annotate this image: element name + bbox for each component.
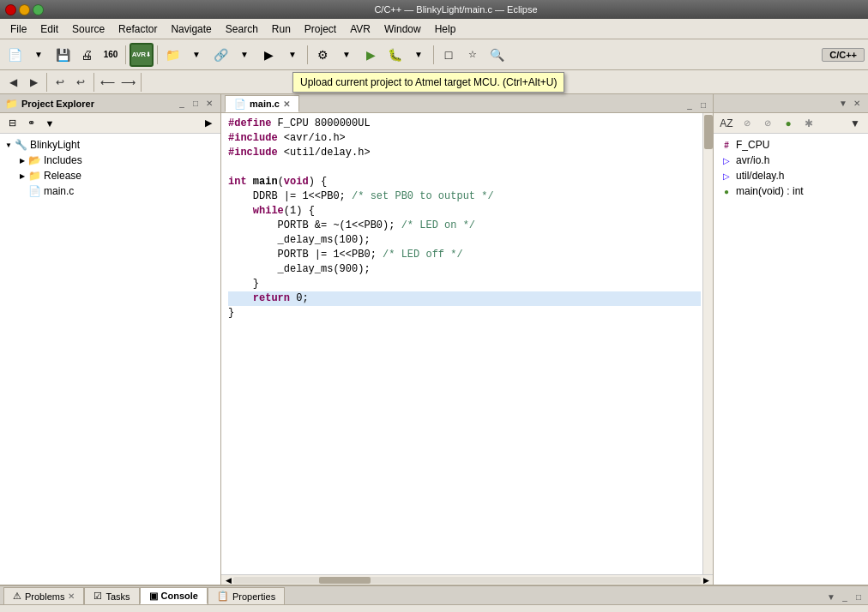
pe-view-menu[interactable]: ▼: [41, 115, 58, 132]
editor-scroll-thumb[interactable]: [704, 115, 713, 149]
bottom-panel-controls[interactable]: ▼ _ □: [825, 591, 865, 603]
problems-tab-close[interactable]: ✕: [68, 591, 75, 601]
tree-item-includes[interactable]: ▶ 📂 Includes: [14, 153, 220, 168]
toolbar-open-persp[interactable]: □: [437, 44, 460, 66]
tab-properties[interactable]: 📋 Properties: [208, 587, 285, 604]
avr-tooltip: Upload current project to Atmel target M…: [292, 72, 564, 93]
tree-item-release[interactable]: ▶ 📁 Release: [14, 168, 220, 183]
print-button[interactable]: 🖨: [75, 44, 98, 66]
pe-maximize-button[interactable]: □: [190, 98, 202, 110]
toolbar-btn-x2[interactable]: ▼: [233, 44, 256, 66]
toolbar-debug[interactable]: 🐛: [383, 44, 406, 66]
outline-item-avrio[interactable]: ▷ avr/io.h: [714, 153, 868, 168]
menu-refactor[interactable]: Refactor: [112, 21, 164, 37]
outline-menu-btn[interactable]: ▼: [837, 98, 849, 110]
pe-minimize-button[interactable]: _: [176, 98, 188, 110]
editor-body[interactable]: #define F_CPU 8000000UL #include <avr/io…: [221, 113, 713, 574]
toolbar-search[interactable]: 🔍: [485, 44, 508, 66]
bottom-minimize-btn[interactable]: _: [839, 591, 851, 603]
outline-close-btn[interactable]: ✕: [851, 98, 863, 110]
editor-tab-mainc[interactable]: 📄 main.c ✕: [225, 95, 299, 112]
close-window-button[interactable]: [5, 4, 16, 15]
tab-console[interactable]: ▣ Console: [140, 587, 208, 604]
tb2-btn5[interactable]: ⟵: [98, 73, 117, 92]
editor-maximize-button[interactable]: □: [697, 99, 709, 111]
toolbar-build2[interactable]: ▼: [335, 44, 358, 66]
panel-controls[interactable]: _ □ ✕: [176, 98, 215, 110]
toolbar-160[interactable]: 160: [99, 44, 122, 66]
toolbar-folder2[interactable]: ▼: [185, 44, 208, 66]
pe-collapse-all[interactable]: ⊟: [3, 115, 21, 132]
code-line-9: _delay_ms(100);: [228, 233, 701, 248]
toolbar-prefs[interactable]: ☆: [461, 44, 484, 66]
outline-label-avrio: avr/io.h: [736, 154, 769, 166]
hscroll-right-btn[interactable]: ▶: [701, 576, 711, 585]
menu-run[interactable]: Run: [265, 21, 298, 37]
editor-horizontal-scrollbar[interactable]: ◀ ▶: [221, 574, 713, 585]
menu-file[interactable]: File: [3, 21, 33, 37]
bottom-maximize-btn[interactable]: □: [853, 591, 865, 603]
toolbar-btn2[interactable]: ▼: [27, 44, 50, 66]
outline-dot-btn[interactable]: ●: [779, 114, 798, 133]
editor-scrollbar[interactable]: [702, 113, 713, 574]
menu-avr[interactable]: AVR: [343, 21, 377, 37]
outline-sort2-btn[interactable]: ⊘: [738, 114, 756, 133]
toolbar-play[interactable]: ▶: [359, 44, 382, 66]
toolbar-run[interactable]: ▶: [257, 44, 280, 66]
code-line-8: PORTB &= ~(1<<PB0); /* LED on */: [228, 219, 701, 233]
outline-controls[interactable]: ▼ ✕: [837, 98, 863, 110]
menu-project[interactable]: Project: [298, 21, 343, 37]
outline-item-fcpu[interactable]: # F_CPU: [714, 137, 868, 153]
code-line-5: int main(void) {: [228, 175, 701, 189]
menu-edit[interactable]: Edit: [33, 21, 65, 37]
next-edit-button[interactable]: ▶: [24, 73, 43, 92]
tree-item-mainc[interactable]: ▶ 📄 main.c: [14, 183, 220, 199]
tb2-btn4[interactable]: ↩: [71, 73, 90, 92]
toolbar-debug2[interactable]: ▼: [407, 44, 430, 66]
toolbar-build[interactable]: ⚙: [311, 44, 334, 66]
hscroll-thumb[interactable]: [319, 577, 371, 584]
maximize-window-button[interactable]: [33, 4, 44, 15]
mainc-label: main.c: [44, 185, 74, 197]
tb2-btn3[interactable]: ↩: [51, 73, 69, 92]
tb2-btn6[interactable]: ⟶: [118, 73, 137, 92]
toolbar-run2[interactable]: ▼: [281, 44, 304, 66]
menu-search[interactable]: Search: [219, 21, 265, 37]
menu-source[interactable]: Source: [65, 21, 112, 37]
outline-filter-btn[interactable]: ⊘: [758, 114, 777, 133]
pe-close-button[interactable]: ✕: [203, 98, 215, 110]
tab-tasks[interactable]: ☑ Tasks: [84, 587, 139, 604]
tab-problems[interactable]: ⚠ Problems ✕: [3, 587, 84, 604]
new-button[interactable]: 📄: [3, 44, 26, 66]
tree-item-project[interactable]: ▼ 🔧 BlinkyLight: [0, 137, 220, 153]
avr-upload-button[interactable]: AVR ⬇: [130, 43, 154, 67]
toolbar-folder[interactable]: 📁: [161, 44, 184, 66]
menu-window[interactable]: Window: [377, 21, 428, 37]
editor-minimize-button[interactable]: _: [684, 99, 696, 111]
editor-panel-controls[interactable]: _ □: [684, 99, 709, 111]
outline-asterisk-btn[interactable]: ✱: [799, 114, 818, 133]
outline-view-menu[interactable]: ▼: [846, 114, 865, 133]
hscroll-left-btn[interactable]: ◀: [223, 576, 233, 585]
code-line-14: }: [228, 306, 701, 321]
hscroll-track[interactable]: [233, 577, 701, 584]
project-explorer-content[interactable]: ▼ 🔧 BlinkyLight ▶ 📂 Includes ▶ 📁 Release…: [0, 134, 220, 585]
toolbar-btn-x[interactable]: 🔗: [209, 44, 232, 66]
menu-navigate[interactable]: Navigate: [164, 21, 218, 37]
outline-item-delay[interactable]: ▷ util/delay.h: [714, 168, 868, 183]
outline-panel: ▼ ✕ AZ ⊘ ⊘ ● ✱ ▼ # F_CPU ▷ avr/io.h: [714, 94, 868, 585]
bottom-view-menu[interactable]: ▼: [825, 591, 837, 603]
pe-forward[interactable]: ▶: [200, 115, 217, 132]
save-button[interactable]: 💾: [51, 44, 74, 66]
editor-tab-close[interactable]: ✕: [283, 99, 290, 109]
pe-link-editor[interactable]: ⚭: [22, 115, 39, 132]
project-explorer-folder-icon: 📁: [5, 98, 18, 110]
menu-help[interactable]: Help: [428, 21, 463, 37]
window-controls[interactable]: [5, 4, 44, 15]
outline-item-main[interactable]: ● main(void) : int: [714, 183, 868, 199]
outline-sort-btn[interactable]: AZ: [717, 114, 736, 133]
mainc-icon: 📄: [27, 184, 41, 198]
prev-edit-button[interactable]: ◀: [3, 73, 22, 92]
cc-perspective-button[interactable]: C/C++: [822, 48, 865, 62]
minimize-window-button[interactable]: [19, 4, 30, 15]
